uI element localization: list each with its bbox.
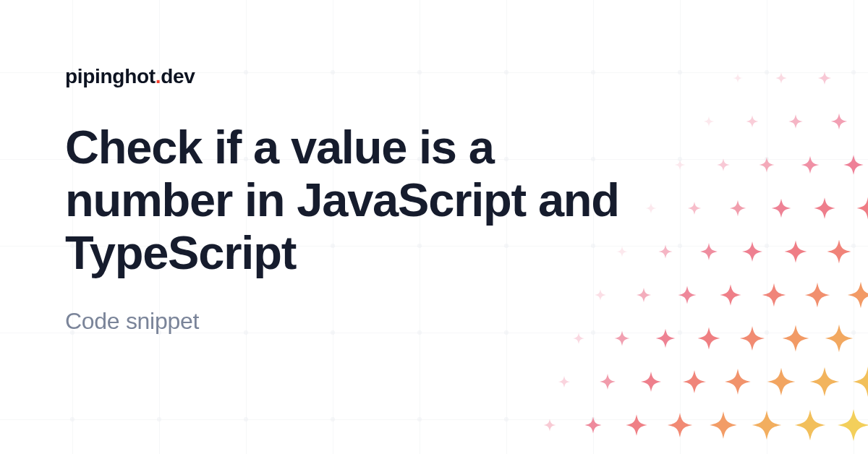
brand-tld: dev [161,65,195,87]
page-title: Check if a value is a number in JavaScri… [65,121,637,279]
site-brand: pipinghot.dev [65,65,637,88]
brand-name: pipinghot [65,65,156,87]
page-subtitle: Code snippet [65,308,637,335]
card-content: pipinghot.dev Check if a value is a numb… [0,0,637,335]
